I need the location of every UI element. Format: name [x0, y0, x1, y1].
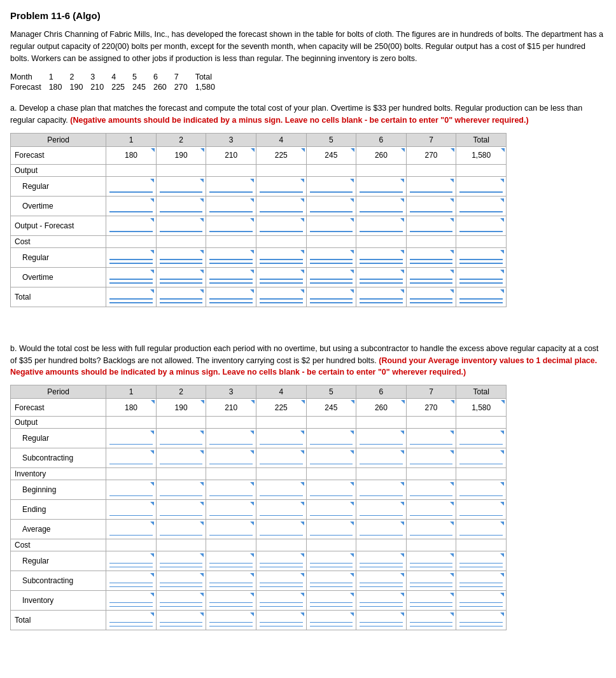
- input-cell[interactable]: [406, 480, 456, 500]
- input-cell[interactable]: [206, 480, 256, 500]
- input-cell[interactable]: [106, 551, 157, 571]
- input-cell[interactable]: [306, 429, 356, 448]
- input-cell[interactable]: [456, 196, 507, 216]
- input-cell[interactable]: [206, 591, 256, 611]
- input-cell[interactable]: [456, 611, 507, 630]
- input-cell[interactable]: [306, 287, 356, 307]
- input-cell[interactable]: [206, 216, 256, 235]
- input-cell[interactable]: [256, 267, 306, 287]
- input-cell[interactable]: [156, 480, 206, 500]
- input-cell[interactable]: [256, 571, 306, 591]
- input-cell[interactable]: [356, 448, 407, 468]
- forecast-cell[interactable]: 180: [106, 399, 157, 417]
- input-cell[interactable]: [406, 287, 456, 307]
- input-cell[interactable]: [456, 247, 507, 267]
- input-cell[interactable]: [256, 176, 306, 196]
- input-cell[interactable]: [206, 176, 256, 196]
- forecast-cell[interactable]: 190: [156, 146, 206, 164]
- input-cell[interactable]: [106, 196, 157, 216]
- input-cell[interactable]: [356, 571, 407, 591]
- input-cell[interactable]: [456, 500, 507, 520]
- input-cell[interactable]: [256, 216, 306, 235]
- input-cell[interactable]: [456, 216, 507, 235]
- input-cell[interactable]: [406, 551, 456, 571]
- input-cell[interactable]: [356, 500, 407, 520]
- forecast-cell[interactable]: 180: [106, 146, 157, 164]
- input-cell[interactable]: [156, 267, 206, 287]
- input-cell[interactable]: [306, 551, 356, 571]
- input-cell[interactable]: [306, 480, 356, 500]
- input-cell[interactable]: [406, 520, 456, 539]
- input-cell[interactable]: [406, 247, 456, 267]
- input-cell[interactable]: [306, 448, 356, 468]
- input-cell[interactable]: [106, 611, 157, 630]
- input-cell[interactable]: [406, 176, 456, 196]
- input-cell[interactable]: [206, 448, 256, 468]
- input-cell[interactable]: [156, 551, 206, 571]
- input-cell[interactable]: [356, 551, 407, 571]
- input-cell[interactable]: [456, 480, 507, 500]
- input-cell[interactable]: [456, 176, 507, 196]
- input-cell[interactable]: [456, 591, 507, 611]
- input-cell[interactable]: [406, 591, 456, 611]
- input-cell[interactable]: [156, 247, 206, 267]
- input-cell[interactable]: [306, 267, 356, 287]
- input-cell[interactable]: [256, 429, 306, 448]
- forecast-cell[interactable]: 225: [256, 146, 306, 164]
- input-cell[interactable]: [256, 480, 306, 500]
- input-cell[interactable]: [106, 287, 157, 307]
- input-cell[interactable]: [156, 196, 206, 216]
- input-cell[interactable]: [106, 571, 157, 591]
- input-cell[interactable]: [256, 287, 306, 307]
- input-cell[interactable]: [456, 429, 507, 448]
- forecast-cell[interactable]: 245: [306, 399, 356, 417]
- input-cell[interactable]: [456, 267, 507, 287]
- forecast-cell[interactable]: 1,580: [456, 399, 507, 417]
- input-cell[interactable]: [106, 448, 157, 468]
- forecast-cell[interactable]: 245: [306, 146, 356, 164]
- input-cell[interactable]: [356, 520, 407, 539]
- input-cell[interactable]: [456, 287, 507, 307]
- input-cell[interactable]: [206, 267, 256, 287]
- forecast-cell[interactable]: 190: [156, 399, 206, 417]
- input-cell[interactable]: [106, 267, 157, 287]
- forecast-cell[interactable]: 210: [206, 399, 256, 417]
- input-cell[interactable]: [156, 611, 206, 630]
- input-cell[interactable]: [356, 247, 407, 267]
- input-cell[interactable]: [206, 611, 256, 630]
- input-cell[interactable]: [106, 520, 157, 539]
- forecast-cell[interactable]: 260: [356, 399, 407, 417]
- input-cell[interactable]: [456, 551, 507, 571]
- input-cell[interactable]: [206, 571, 256, 591]
- input-cell[interactable]: [306, 520, 356, 539]
- forecast-cell[interactable]: 260: [356, 146, 407, 164]
- input-cell[interactable]: [256, 611, 306, 630]
- input-cell[interactable]: [356, 176, 407, 196]
- input-cell[interactable]: [106, 480, 157, 500]
- input-cell[interactable]: [356, 216, 407, 235]
- forecast-cell[interactable]: 270: [406, 399, 456, 417]
- input-cell[interactable]: [106, 429, 157, 448]
- input-cell[interactable]: [406, 267, 456, 287]
- input-cell[interactable]: [406, 500, 456, 520]
- input-cell[interactable]: [206, 287, 256, 307]
- input-cell[interactable]: [356, 591, 407, 611]
- forecast-cell[interactable]: 210: [206, 146, 256, 164]
- input-cell[interactable]: [206, 247, 256, 267]
- input-cell[interactable]: [306, 571, 356, 591]
- input-cell[interactable]: [406, 571, 456, 591]
- input-cell[interactable]: [356, 267, 407, 287]
- input-cell[interactable]: [306, 216, 356, 235]
- input-cell[interactable]: [156, 216, 206, 235]
- input-cell[interactable]: [206, 196, 256, 216]
- forecast-cell[interactable]: 225: [256, 399, 306, 417]
- input-cell[interactable]: [306, 247, 356, 267]
- input-cell[interactable]: [156, 176, 206, 196]
- forecast-cell[interactable]: 1,580: [456, 146, 507, 164]
- input-cell[interactable]: [306, 196, 356, 216]
- input-cell[interactable]: [156, 591, 206, 611]
- input-cell[interactable]: [106, 247, 157, 267]
- input-cell[interactable]: [306, 176, 356, 196]
- input-cell[interactable]: [356, 480, 407, 500]
- input-cell[interactable]: [256, 196, 306, 216]
